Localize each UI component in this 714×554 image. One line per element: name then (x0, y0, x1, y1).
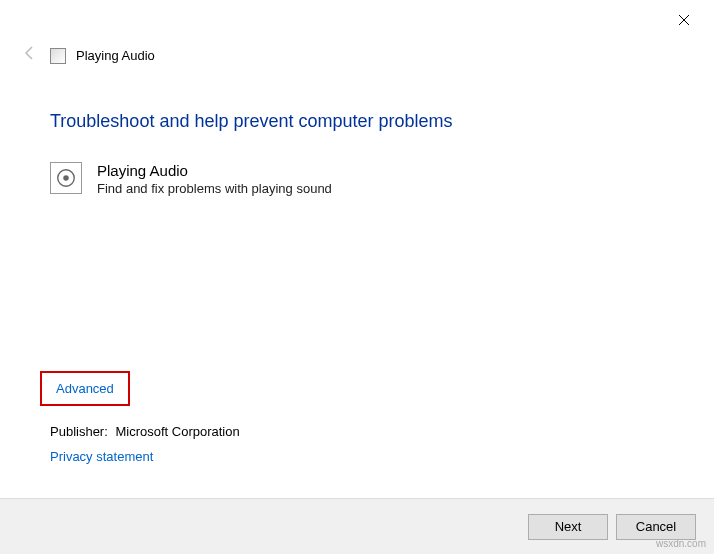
page-headline: Troubleshoot and help prevent computer p… (50, 111, 664, 132)
audio-icon (50, 162, 82, 194)
watermark: wsxdn.com (656, 538, 706, 549)
title-bar (0, 0, 714, 40)
privacy-link[interactable]: Privacy statement (50, 449, 153, 464)
publisher-row: Publisher: Microsoft Corporation (50, 424, 240, 439)
close-icon[interactable] (669, 5, 699, 35)
window-title: Playing Audio (76, 48, 155, 63)
advanced-highlight: Advanced (40, 371, 130, 406)
cancel-button[interactable]: Cancel (616, 514, 696, 540)
next-button[interactable]: Next (528, 514, 608, 540)
item-title: Playing Audio (97, 162, 332, 179)
publisher-label: Publisher: (50, 424, 108, 439)
troubleshooter-icon (50, 48, 66, 64)
troubleshooter-item: Playing Audio Find and fix problems with… (50, 162, 664, 196)
main-content: Troubleshoot and help prevent computer p… (0, 111, 714, 196)
item-description: Find and fix problems with playing sound (97, 181, 332, 196)
back-arrow-icon[interactable] (20, 45, 40, 66)
footer-bar: Next Cancel (0, 498, 714, 554)
advanced-link[interactable]: Advanced (56, 381, 114, 396)
header-row: Playing Audio (0, 40, 714, 86)
svg-point-3 (63, 175, 69, 181)
lower-section: Advanced Publisher: Microsoft Corporatio… (50, 371, 240, 464)
publisher-value: Microsoft Corporation (115, 424, 239, 439)
